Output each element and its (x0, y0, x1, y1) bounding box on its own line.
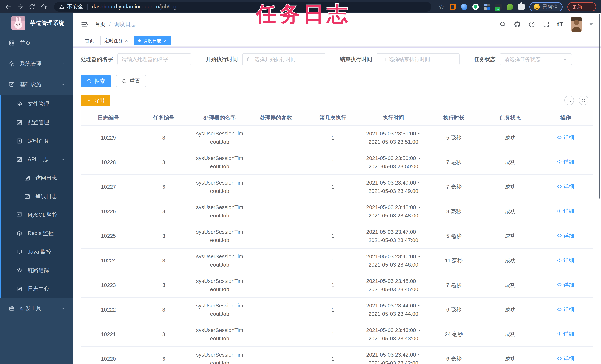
cell-status: 成功 (482, 230, 538, 242)
gear-icon (9, 61, 15, 67)
sidebar-item-label: 配置管理 (28, 119, 49, 126)
search-button[interactable]: 搜索 (81, 75, 111, 87)
sidebar-item[interactable]: 首页 (0, 33, 73, 53)
browser-update-button[interactable]: 更新 ⋮ (567, 2, 596, 11)
font-size-icon[interactable] (557, 21, 564, 28)
detail-link[interactable]: 详细 (557, 305, 574, 313)
sidebar-item[interactable]: 配置管理 (1, 113, 73, 132)
refresh-icon (122, 79, 127, 84)
table-row: 102213sysUserSessionTimeoutJob12021-05-0… (81, 322, 593, 347)
back-icon[interactable] (5, 3, 12, 10)
detail-link[interactable]: 详细 (557, 281, 574, 289)
sidebar-item[interactable]: 访问日志 (1, 169, 73, 187)
help-icon[interactable] (528, 21, 535, 28)
tab-active[interactable]: 调度日志× (134, 36, 170, 45)
sidebar-item[interactable]: 日志中心 (1, 280, 73, 298)
extension-icon[interactable] (507, 4, 513, 10)
page-content: 处理器的名字请输入处理器的名字开始执行时间选择开始执行时间结束执行时间选择结束执… (73, 48, 601, 364)
sidebar-item[interactable]: 系统管理 (0, 53, 73, 74)
home-icon[interactable] (40, 3, 47, 10)
detail-link[interactable]: 详细 (557, 232, 574, 240)
status-select[interactable]: 请选择任务状态 (500, 53, 572, 65)
eye-icon (16, 267, 22, 273)
show-search-button[interactable] (564, 96, 574, 105)
filter-label: 开始执行时间 (206, 56, 238, 63)
export-button-label: 导出 (94, 97, 105, 104)
eye-icon (557, 159, 562, 164)
github-icon[interactable] (514, 21, 521, 28)
forward-icon[interactable] (17, 3, 24, 10)
search-icon[interactable] (499, 21, 506, 28)
fullscreen-icon[interactable] (543, 21, 550, 28)
handler-name-input[interactable]: 请输入处理器的名字 (117, 53, 191, 65)
extension-icon[interactable] (495, 4, 501, 10)
sidebar-item-label: 链路追踪 (28, 267, 49, 274)
reload-icon[interactable] (29, 3, 35, 10)
date-input[interactable]: 选择结束执行时间 (377, 53, 460, 65)
scrollbar-thumb[interactable] (599, 14, 601, 199)
tab-label: 首页 (85, 38, 94, 44)
extension-icon[interactable] (450, 4, 456, 10)
sidebar-item[interactable]: Redis 监控 (1, 224, 73, 243)
cell-job-id: 3 (136, 181, 191, 192)
detail-link[interactable]: 详细 (557, 256, 574, 264)
sidebar-toggle-icon[interactable] (81, 21, 88, 28)
security-warning[interactable]: 不安全 (59, 3, 83, 10)
detail-link[interactable]: 详细 (557, 158, 574, 166)
profile-paused-badge[interactable]: 已暂停 (529, 2, 562, 11)
menu-dots-icon[interactable]: ⋮ (586, 4, 591, 10)
refresh-table-button[interactable] (579, 96, 588, 105)
sidebar-item[interactable]: API 日志 (1, 150, 73, 169)
logo-avatar (11, 16, 25, 30)
active-tab-dot (138, 39, 141, 42)
date-input[interactable]: 选择开始执行时间 (242, 53, 325, 65)
extension-icon[interactable] (484, 4, 490, 10)
chevron-down-icon[interactable] (589, 23, 593, 26)
cell-execute-index: 1 (304, 280, 361, 291)
table-row: 102293sysUserSessionTimeoutJob12021-05-0… (81, 126, 593, 150)
close-icon[interactable]: × (125, 38, 128, 43)
filter-group: 处理器的名字请输入处理器的名字 (81, 53, 191, 65)
sidebar-item[interactable]: 文件管理 (1, 95, 73, 113)
extensions-puzzle-icon[interactable] (518, 4, 524, 10)
detail-link[interactable]: 详细 (557, 182, 574, 191)
bookmark-star-icon[interactable]: ☆ (438, 3, 445, 10)
sidebar-item[interactable]: 错误日志 (1, 187, 73, 206)
cell-duration: 7 毫秒 (425, 181, 482, 192)
detail-link-label: 详细 (563, 158, 574, 166)
cell-status: 成功 (482, 132, 538, 143)
extension-icon[interactable] (461, 4, 467, 10)
sidebar-item[interactable]: 定时任务 (1, 132, 73, 150)
cell-execute-index: 1 (304, 132, 361, 143)
cell-status: 成功 (482, 181, 538, 192)
cell-execute-time-line: 2021-05-03 23:45:00 (363, 285, 424, 293)
address-bar[interactable]: 不安全 dashboard.yudao.iocoder.cn/job/log (54, 2, 431, 12)
detail-link[interactable]: 详细 (557, 207, 574, 215)
extension-icon[interactable] (472, 4, 479, 10)
sidebar-item[interactable]: Java 监控 (1, 243, 73, 261)
export-button[interactable]: 导出 (81, 95, 110, 106)
cell-log-id: 10229 (81, 132, 136, 143)
detail-link[interactable]: 详细 (557, 330, 574, 338)
detail-link[interactable]: 详细 (557, 354, 574, 363)
detail-link[interactable]: 详细 (557, 133, 574, 142)
tab-item[interactable]: 定时任务× (100, 36, 132, 45)
app-logo[interactable]: 芋道管理系统 (0, 13, 73, 33)
sidebar-item[interactable]: 研发工具 (0, 298, 73, 319)
cell-handler-name: sysUserSessionTimeoutJob (191, 226, 248, 246)
sidebar-item[interactable]: MySQL 监控 (1, 206, 73, 224)
user-avatar[interactable] (571, 17, 582, 32)
search-button-label: 搜索 (94, 77, 105, 85)
sidebar-item[interactable]: 链路追踪 (1, 261, 73, 280)
tab-item[interactable]: 首页 (81, 36, 98, 45)
cell-log-id: 10227 (81, 181, 136, 192)
reset-button[interactable]: 重置 (116, 75, 146, 87)
close-icon[interactable]: × (164, 38, 166, 43)
cell-actions: 详细 (538, 181, 593, 193)
cell-handler-name-line: eoutJob (192, 310, 247, 318)
cell-handler-param (248, 161, 304, 164)
cell-actions: 详细 (538, 279, 593, 291)
breadcrumb-home[interactable]: 首页 (95, 21, 106, 28)
sidebar-item[interactable]: 基础设施 (0, 74, 73, 95)
cell-execute-index: 1 (304, 157, 361, 168)
